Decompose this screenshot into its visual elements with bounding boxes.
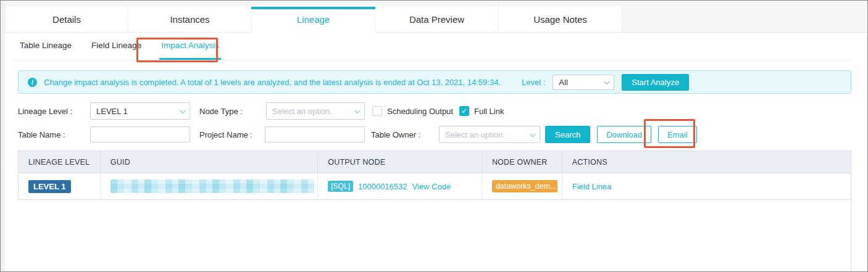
chevron-down-icon <box>354 107 361 113</box>
cell-actions: Field Linea <box>562 173 851 199</box>
tab-lineage[interactable]: Lineage <box>252 7 375 33</box>
level-badge: LEVEL 1 <box>28 180 71 193</box>
tab-usage-notes[interactable]: Usage Notes <box>499 7 622 33</box>
subtab-impact-analysis-label: Impact Analysis <box>161 41 219 50</box>
subtab-field-lineage[interactable]: Field Lineage <box>90 33 143 60</box>
download-button[interactable]: Download <box>597 126 651 143</box>
output-node-id: 10000016532 <box>358 182 407 191</box>
tab-bar-filler <box>622 7 867 33</box>
left-gutter <box>1 1 5 271</box>
node-type-placeholder: Select an option. <box>272 107 332 116</box>
lineage-level-label: Lineage Level : <box>18 107 90 116</box>
table-owner-placeholder: Select an option. <box>445 130 505 139</box>
table-name-label: Table Name : <box>18 130 90 139</box>
level-select[interactable]: All <box>553 75 614 90</box>
analysis-status-banner: i Change impact analysis is completed. A… <box>18 70 851 94</box>
scheduling-output-label: Scheduling Output <box>387 107 453 116</box>
tab-data-preview[interactable]: Data Preview <box>375 7 499 33</box>
table-owner-select[interactable]: Select an option. <box>439 126 540 143</box>
cell-guid <box>100 173 317 199</box>
search-button[interactable]: Search <box>545 126 590 143</box>
node-type-select[interactable]: Select an option. <box>266 102 365 120</box>
start-analyze-button[interactable]: Start Analyze <box>622 74 689 91</box>
lineage-level-value: LEVEL 1 <box>96 107 128 116</box>
tab-details[interactable]: Details <box>5 7 128 33</box>
subtab-table-lineage-label: Table Lineage <box>20 41 72 50</box>
cell-output-node: [SQL] 10000016532 View Code <box>317 173 482 199</box>
email-button[interactable]: Email <box>658 126 697 143</box>
full-link-checkbox[interactable] <box>459 106 469 116</box>
node-type-label: Node Type : <box>199 107 257 116</box>
table-name-input[interactable] <box>90 126 190 142</box>
tab-data-preview-label: Data Preview <box>409 14 464 25</box>
column-header-guid: GUID <box>100 151 317 173</box>
scheduling-output-checkbox[interactable] <box>372 106 382 116</box>
project-name-label: Project Name : <box>199 130 256 139</box>
chevron-down-icon <box>530 131 536 137</box>
sql-type-badge: [SQL] <box>328 181 353 192</box>
column-header-output-node: OUTPUT NODE <box>317 151 482 173</box>
subtab-impact-analysis[interactable]: Impact Analysis <box>159 33 221 60</box>
tab-instances[interactable]: Instances <box>128 7 252 33</box>
lineage-impact-analysis-panel: Details Instances Lineage Data Preview U… <box>0 0 868 272</box>
info-icon: i <box>28 78 37 87</box>
view-code-link[interactable]: View Code <box>412 182 451 191</box>
full-link-label: Full Link <box>474 107 504 116</box>
filter-row-2: Table Name : Project Name : Table Owner … <box>18 124 697 145</box>
impact-analysis-table: LINEAGE LEVEL GUID OUTPUT NODE NODE OWNE… <box>18 150 851 200</box>
top-tab-bar: Details Instances Lineage Data Preview U… <box>5 1 867 33</box>
chevron-down-icon <box>180 107 186 113</box>
level-select-value: All <box>559 78 567 87</box>
column-header-lineage-level: LINEAGE LEVEL <box>19 151 100 173</box>
level-label: Level : <box>522 78 545 87</box>
node-owner-badge: dataworks_dem... <box>492 180 557 192</box>
chevron-down-icon <box>604 78 610 84</box>
tab-details-label: Details <box>52 14 81 25</box>
tab-usage-notes-label: Usage Notes <box>533 14 587 25</box>
subtab-table-lineage[interactable]: Table Lineage <box>18 33 73 60</box>
cell-lineage-level: LEVEL 1 <box>19 173 100 199</box>
guid-redacted-blur <box>111 179 314 193</box>
tab-lineage-label: Lineage <box>297 14 330 25</box>
column-header-actions: ACTIONS <box>562 151 851 173</box>
table-header-row: LINEAGE LEVEL GUID OUTPUT NODE NODE OWNE… <box>19 151 851 173</box>
column-header-node-owner: NODE OWNER <box>482 151 562 173</box>
filter-row-1: Lineage Level : LEVEL 1 Node Type : Sele… <box>18 101 504 122</box>
lineage-level-select[interactable]: LEVEL 1 <box>90 102 190 120</box>
table-row: LEVEL 1 [SQL] 10000016532 View Code data… <box>19 173 851 199</box>
field-lineage-link[interactable]: Field Linea <box>572 182 612 191</box>
tab-instances-label: Instances <box>170 14 209 25</box>
table-owner-label: Table Owner : <box>371 130 433 139</box>
cell-node-owner: dataworks_dem... <box>482 173 562 199</box>
banner-message: Change impact analysis is completed. A t… <box>44 78 501 87</box>
subtab-field-lineage-label: Field Lineage <box>91 41 141 50</box>
table-right-edge-line <box>851 199 851 271</box>
lineage-subtab-bar: Table Lineage Field Lineage Impact Analy… <box>13 33 851 60</box>
project-name-input[interactable] <box>265 126 365 142</box>
